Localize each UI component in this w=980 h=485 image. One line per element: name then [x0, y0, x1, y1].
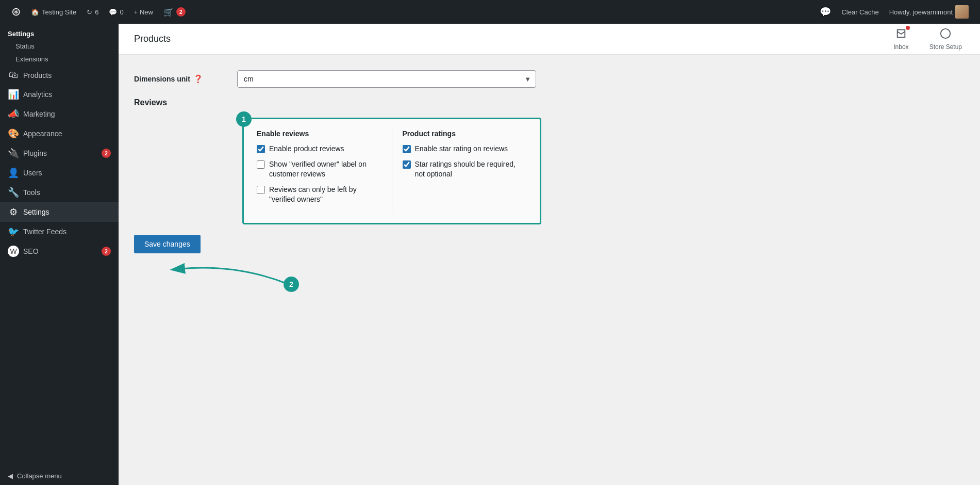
avatar [955, 5, 969, 19]
star-ratings-required-checkbox[interactable] [403, 160, 411, 169]
appearance-label: Appearance [23, 130, 111, 138]
comments-icon: 💬 [109, 8, 117, 16]
header-nav: Inbox Store Setup [891, 24, 965, 55]
clear-cache-button[interactable]: Clear Cache [836, 0, 884, 24]
dimensions-unit-label: Dimensions unit ❓ [134, 74, 227, 84]
step2-badge: 2 [284, 277, 299, 292]
step1-badge: 1 [236, 111, 252, 127]
reviews-verified-only-checkbox[interactable] [257, 186, 265, 194]
topbar-right: 💬 Clear Cache Howdy, joewarnimont [815, 0, 974, 24]
inbox-label: Inbox [893, 43, 908, 51]
arrow-area: 2 [134, 253, 965, 295]
woocommerce-button[interactable]: 🛒 2 [158, 0, 191, 24]
tools-icon: 🔧 [8, 187, 19, 198]
topbar: ⊛ 🏠 Testing Site ↻ 6 💬 0 + New 🛒 2 💬 Cle… [0, 0, 980, 24]
marketing-label: Marketing [23, 110, 111, 118]
enable-reviews-col: Enable reviews Enable product reviews Sh… [257, 130, 381, 213]
seo-label: SEO [23, 247, 97, 255]
show-verified-owner-label[interactable]: Show "verified owner" label on customer … [269, 159, 381, 180]
product-ratings-col-title: Product ratings [403, 130, 527, 138]
sidebar-item-twitter-feeds[interactable]: 🐦 Twitter Feeds [0, 222, 119, 241]
show-verified-owner-checkbox[interactable] [257, 160, 265, 169]
plugins-label: Plugins [23, 149, 97, 157]
sidebar-item-plugins[interactable]: 🔌 Plugins 2 [0, 143, 119, 163]
site-name-label: Testing Site [42, 8, 76, 16]
sidebar-item-seo[interactable]: W SEO 2 [0, 241, 119, 261]
dimensions-unit-control: cm m mm in yd ▼ [237, 70, 965, 88]
star-ratings-required-row: Star ratings should be required, not opt… [403, 159, 527, 180]
enable-reviews-checkboxes: Enable product reviews Show "verified ow… [257, 144, 381, 205]
home-icon: 🏠 [31, 8, 39, 16]
save-changes-button[interactable]: Save changes [134, 235, 201, 253]
analytics-label: Analytics [23, 90, 111, 99]
show-verified-owner-row: Show "verified owner" label on customer … [257, 159, 381, 180]
store-setup-nav-item[interactable]: Store Setup [927, 24, 965, 55]
enable-product-reviews-checkbox[interactable] [257, 145, 265, 153]
twitter-feeds-label: Twitter Feeds [23, 228, 111, 236]
save-row: Save changes [134, 235, 965, 253]
collapse-menu-button[interactable]: ◀ Collapse menu [0, 467, 119, 485]
plugins-sidebar-badge: 2 [102, 149, 111, 158]
store-setup-label: Store Setup [929, 43, 962, 51]
enable-star-rating-row: Enable star rating on reviews [403, 144, 527, 154]
collapse-icon: ◀ [8, 472, 13, 480]
plugins-badge: 2 [176, 7, 186, 17]
site-name-button[interactable]: 🏠 Testing Site [26, 0, 81, 24]
comments-button[interactable]: 💬 0 [104, 0, 128, 24]
products-icon: 🛍 [8, 70, 19, 80]
enable-product-reviews-row: Enable product reviews [257, 144, 381, 154]
reviews-section-content: 1 Enable reviews Enable product reviews [242, 118, 965, 224]
sidebar-item-tools[interactable]: 🔧 Tools [0, 183, 119, 202]
new-button[interactable]: + New [129, 0, 158, 24]
reviews-section-row: 1 Enable reviews Enable product reviews [134, 118, 965, 224]
settings-label: Settings [23, 208, 111, 216]
wp-logo-icon: ⊛ [11, 5, 21, 19]
sidebar-item-users[interactable]: 👤 Users [0, 163, 119, 183]
enable-product-reviews-label[interactable]: Enable product reviews [269, 144, 344, 154]
settings-icon: ⚙ [8, 206, 19, 218]
annotation-area: Save changes [134, 235, 965, 295]
sidebar-item-extensions[interactable]: Extensions [0, 53, 119, 66]
appearance-icon: 🎨 [8, 128, 19, 139]
tools-label: Tools [23, 188, 111, 197]
wp-logo-button[interactable]: ⊛ [6, 0, 26, 24]
collapse-label: Collapse menu [17, 472, 62, 480]
svg-point-0 [941, 28, 950, 38]
inbox-icon [895, 28, 907, 42]
main-content: Products Inbox [119, 24, 980, 485]
star-ratings-required-label[interactable]: Star ratings should be required, not opt… [415, 159, 527, 180]
reviews-columns: Enable reviews Enable product reviews Sh… [257, 130, 527, 213]
seo-sidebar-badge: 2 [102, 247, 111, 256]
users-icon: 👤 [8, 167, 19, 179]
analytics-icon: 📊 [8, 89, 19, 100]
step2-badge-container: 2 [284, 277, 299, 292]
sidebar-item-status[interactable]: Status [0, 40, 119, 53]
reviews-box: 1 Enable reviews Enable product reviews [242, 118, 541, 224]
dimensions-help-icon[interactable]: ❓ [193, 74, 203, 84]
sidebar: Settings Status Extensions 🛍 Products 📊 … [0, 24, 119, 485]
woo-icon: 🛒 [163, 7, 174, 17]
sidebar-item-products[interactable]: 🛍 Products [0, 66, 119, 85]
sidebar-item-analytics[interactable]: 📊 Analytics [0, 85, 119, 104]
howdy-button[interactable]: Howdy, joewarnimont [884, 0, 974, 24]
sidebar-item-marketing[interactable]: 📣 Marketing [0, 104, 119, 124]
col-divider [392, 130, 392, 213]
enable-star-rating-checkbox[interactable] [403, 145, 411, 153]
inbox-nav-item[interactable]: Inbox [891, 24, 911, 55]
dimensions-unit-select[interactable]: cm m mm in yd [237, 70, 536, 88]
sidebar-item-appearance[interactable]: 🎨 Appearance [0, 124, 119, 143]
new-label: + New [134, 8, 153, 16]
annotation-arrow-svg [134, 253, 340, 295]
reviews-verified-only-label[interactable]: Reviews can only be left by "verified ow… [269, 185, 381, 205]
revisions-count: 6 [95, 8, 98, 16]
products-label: Products [23, 71, 111, 79]
sidebar-item-settings[interactable]: ⚙ Settings [0, 202, 119, 222]
revisions-button[interactable]: ↻ 6 [81, 0, 104, 24]
enable-star-rating-label[interactable]: Enable star rating on reviews [415, 144, 508, 154]
reviews-verified-only-row: Reviews can only be left by "verified ow… [257, 185, 381, 205]
messages-button[interactable]: 💬 [815, 0, 836, 24]
sidebar-heading: Settings [0, 24, 119, 40]
product-ratings-col: Product ratings Enable star rating on re… [403, 130, 527, 187]
content-area: Dimensions unit ❓ cm m mm in yd ▼ [119, 55, 980, 485]
messages-icon: 💬 [820, 6, 831, 18]
